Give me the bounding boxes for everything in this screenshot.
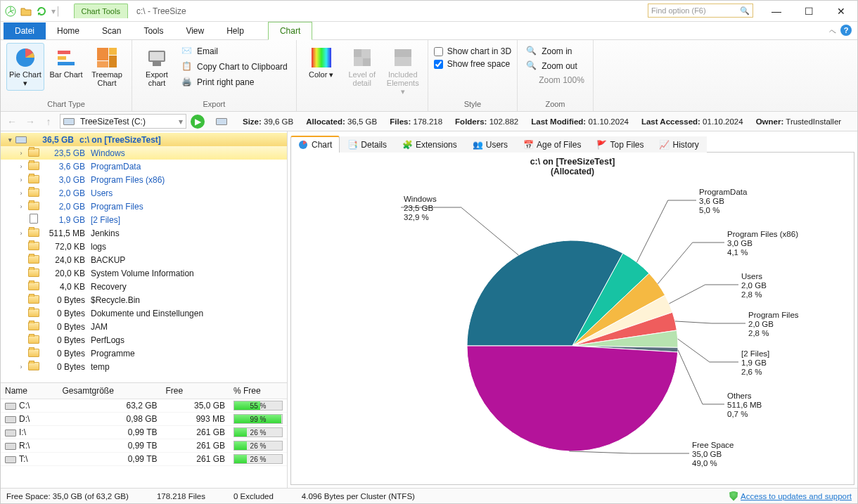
pie-chart-button[interactable]: Pie Chart ▾ — [6, 43, 44, 91]
email-button[interactable]: ✉️Email — [179, 44, 290, 58]
included-elements-button: Included Elements ▾ — [384, 43, 422, 99]
col-free[interactable]: Free — [162, 383, 230, 399]
scan-button[interactable]: ▶ — [191, 115, 205, 129]
viewtab-chart[interactable]: Chart — [290, 136, 340, 153]
viewtab-details-label: Details — [361, 140, 387, 150]
color-icon — [310, 46, 333, 69]
email-icon: ✉️ — [181, 46, 193, 57]
close-button[interactable]: ✕ — [825, 1, 857, 21]
show-3d-checkbox[interactable]: Show chart in 3D — [434, 46, 511, 57]
drive-row[interactable]: R:\0,99 TB261 GB26 % — [1, 439, 287, 453]
show-free-check-input[interactable] — [434, 60, 443, 69]
tree-row[interactable]: 0 Bytes JAM — [1, 320, 287, 333]
maximize-button[interactable]: ☐ — [793, 1, 825, 21]
right-pane: Chart 📑Details 🧩Extensions 👥Users 📅Age o… — [288, 131, 857, 488]
calendar-icon: 📅 — [523, 140, 533, 150]
ribbon-group-zoom: 🔍Zoom in 🔍Zoom out Zoom 100% Zoom — [518, 40, 594, 111]
minimize-button[interactable]: — — [760, 1, 793, 21]
open-icon[interactable] — [20, 6, 32, 17]
col-pct[interactable]: % Free — [229, 383, 287, 399]
show-free-space-checkbox[interactable]: Show free space — [434, 58, 510, 70]
col-name[interactable]: Name — [1, 383, 58, 399]
tree-row[interactable]: ›2,0 GB Users — [1, 186, 287, 200]
tree-row[interactable]: 72,0 KB logs — [1, 240, 287, 253]
copy-chart-button[interactable]: 📋Copy Chart to Clipboard — [179, 60, 290, 74]
path-text: TreeSizeTest (C:) — [80, 117, 146, 127]
svg-rect-12 — [312, 48, 331, 67]
drive-row[interactable]: C:\63,2 GB35,0 GB55 % — [1, 399, 287, 413]
print-button[interactable]: 🖨️Print right pane — [179, 75, 290, 89]
zoom-out-button[interactable]: 🔍Zoom out — [523, 59, 580, 73]
nav-forward-button[interactable]: → — [23, 115, 37, 129]
svg-rect-2 — [58, 51, 70, 54]
zoom-100-button[interactable]: Zoom 100% — [523, 74, 587, 86]
tree-row[interactable]: 24,0 KB BACKUP — [1, 253, 287, 266]
pie-slice-label: [2 Files]1,9 GB2,6 % — [741, 349, 769, 377]
viewtab-age[interactable]: 📅Age of Files — [516, 136, 589, 153]
tree-root[interactable]: ▾36,5 GB c:\ on [TreeSizeTest] — [1, 133, 287, 146]
tree-row[interactable]: 0 Bytes Dokumente und Einstellungen — [1, 306, 287, 320]
export-chart-button[interactable]: Export chart — [138, 43, 176, 91]
pie-icon — [298, 140, 308, 150]
tab-help[interactable]: Help — [215, 22, 255, 39]
tree-row[interactable]: ›3,6 GB ProgramData — [1, 160, 287, 173]
tab-scan[interactable]: Scan — [91, 22, 132, 39]
history-icon: 📈 — [659, 140, 669, 150]
main-area: ▾36,5 GB c:\ on [TreeSizeTest]›23,5 GB W… — [1, 131, 857, 488]
svg-rect-7 — [109, 56, 117, 67]
view-tabs: Chart 📑Details 🧩Extensions 👥Users 📅Age o… — [290, 134, 854, 153]
help-icon[interactable]: ? — [840, 25, 852, 36]
drive-row[interactable]: I:\0,99 TB261 GB26 % — [1, 426, 287, 439]
directory-tree[interactable]: ▾36,5 GB c:\ on [TreeSizeTest]›23,5 GB W… — [1, 131, 287, 382]
print-icon: 🖨️ — [181, 77, 193, 88]
tree-row[interactable]: 1,9 GB [2 Files] — [1, 213, 287, 226]
search-box[interactable]: Find option (F6) 🔍 — [648, 4, 753, 18]
drive-row[interactable]: D:\0,98 GB993 MB99 % — [1, 413, 287, 426]
tree-row[interactable]: 0 Bytes $Recycle.Bin — [1, 293, 287, 306]
tab-view[interactable]: View — [174, 22, 215, 39]
viewtab-top-label: Top Files — [610, 140, 644, 150]
stat-owner-value: TrustedInstaller — [786, 117, 841, 126]
tree-row[interactable]: ›0 Bytes temp — [1, 360, 287, 373]
tab-tools[interactable]: Tools — [132, 22, 174, 39]
status-link[interactable]: Access to updates and support — [729, 491, 852, 501]
viewtab-extensions[interactable]: 🧩Extensions — [395, 136, 465, 153]
tree-row[interactable]: ›3,0 GB Program Files (x86) — [1, 173, 287, 186]
tab-file[interactable]: Datei — [4, 22, 46, 39]
stat-alloc-value: 36,5 GB — [347, 117, 377, 126]
chart-tools-tab: Chart Tools — [74, 4, 128, 18]
tree-row[interactable]: 4,0 KB Recovery — [1, 280, 287, 293]
tree-row[interactable]: 20,0 KB System Volume Information — [1, 266, 287, 280]
viewtab-users[interactable]: 👥Users — [465, 136, 516, 153]
window-controls: — ☐ ✕ — [760, 1, 857, 21]
collapse-ribbon-icon[interactable]: ヘ — [829, 27, 836, 37]
path-combo[interactable]: TreeSizeTest (C:) ▾ — [60, 114, 186, 129]
drives-table[interactable]: Name Gesamtgröße Free % Free C:\63,2 GB3… — [1, 383, 287, 466]
refresh-icon[interactable] — [36, 6, 47, 17]
drives-panel: Name Gesamtgröße Free % Free C:\63,2 GB3… — [1, 382, 287, 488]
treemap-chart-button[interactable]: Treemap Chart — [88, 43, 126, 91]
tab-home[interactable]: Home — [46, 22, 91, 39]
pie-slice-label: Program Files2,0 GB2,8 % — [748, 311, 799, 338]
color-group-label — [302, 100, 422, 110]
tree-row[interactable]: ›23,5 GB Windows — [1, 146, 287, 160]
color-button[interactable]: Color ▾ — [302, 43, 340, 82]
show-3d-check-input[interactable] — [434, 47, 443, 56]
bar-chart-button[interactable]: Bar Chart — [47, 43, 85, 82]
viewtab-history[interactable]: 📈History — [651, 136, 706, 153]
pie-slice[interactable] — [467, 346, 678, 451]
nav-back-button[interactable]: ← — [5, 115, 19, 129]
zoom-in-button[interactable]: 🔍Zoom in — [523, 44, 575, 58]
viewtab-top[interactable]: 🚩Top Files — [589, 136, 651, 153]
tree-row[interactable]: 0 Bytes Programme — [1, 347, 287, 360]
tree-row[interactable]: 0 Bytes PerfLogs — [1, 333, 287, 347]
viewtab-details[interactable]: 📑Details — [340, 136, 395, 153]
col-total[interactable]: Gesamtgröße — [58, 383, 162, 399]
tree-row[interactable]: ›2,0 GB Program Files — [1, 200, 287, 213]
drive-row[interactable]: T:\0,99 TB261 GB26 % — [1, 453, 287, 466]
nav-up-button[interactable]: ↑ — [41, 115, 56, 129]
users-icon: 👥 — [473, 140, 482, 150]
tab-chart[interactable]: Chart — [268, 22, 312, 40]
tree-row[interactable]: ›511,5 MB Jenkins — [1, 226, 287, 240]
export-group-label: Export — [138, 100, 290, 110]
